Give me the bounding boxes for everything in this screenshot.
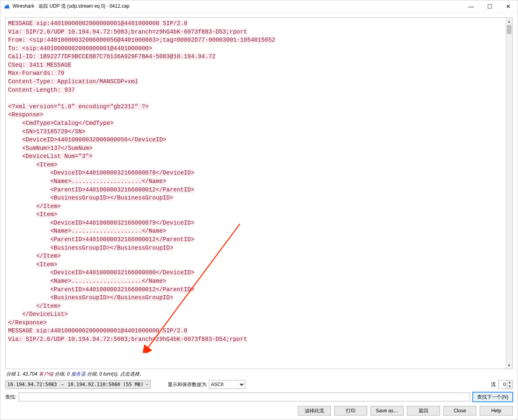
close-button[interactable]: ✕ (499, 0, 518, 13)
spin-up-icon[interactable]: ▲ (507, 380, 512, 384)
scroll-thumb[interactable] (507, 25, 512, 34)
back-button[interactable]: 返回 (407, 406, 440, 416)
chevron-down-icon: ▾ (146, 382, 148, 386)
help-button[interactable]: Help (480, 406, 513, 416)
spin-down-icon[interactable]: ▼ (507, 384, 512, 388)
vertical-scrollbar[interactable]: ▲ ▼ (505, 18, 512, 369)
stream-index-input[interactable] (499, 381, 507, 388)
stream-label: 流 (491, 381, 496, 388)
save-as-button[interactable]: Save as… (371, 406, 404, 416)
scroll-up-icon[interactable]: ▲ (506, 18, 512, 25)
maximize-button[interactable]: ☐ (480, 0, 499, 13)
follow-stream-dialog: Wireshark · 追踪 UDP 流 (udp.stream eq 0) ·… (0, 0, 518, 420)
filter-out-stream-button[interactable]: 滤掉此流 (298, 406, 331, 416)
controls-row: 10.194.94.72:5083 → 10.194.92.110:5060 (… (0, 378, 518, 391)
encoding-select[interactable]: ASCII (209, 380, 245, 389)
find-next-button[interactable]: 查找下一个(N) (473, 392, 513, 402)
titlebar: Wireshark · 追踪 UDP 流 (udp.stream eq 0) ·… (0, 0, 518, 13)
stream-content-panel: MESSAGE sip:44010000002000000001@4401000… (5, 17, 513, 369)
find-input[interactable] (19, 393, 470, 401)
status-line: 分组 1. 43,704 客户端 分组, 0 服务器 分组, 0 turn(s)… (0, 370, 518, 378)
minimize-button[interactable]: — (462, 0, 480, 13)
dialog-button-bar: 滤掉此流 打印 Save as… 返回 Close Help (0, 403, 518, 420)
client-packets-label: 客户端 (39, 371, 53, 377)
display-save-label: 显示和保存数据为 (168, 381, 206, 388)
server-packets-label: 服务器 (71, 371, 86, 377)
stream-text[interactable]: MESSAGE sip:44010000002000000001@4401000… (6, 18, 505, 369)
print-button[interactable]: 打印 (334, 406, 367, 416)
arrow-right-icon: → (60, 382, 65, 387)
window-title: Wireshark · 追踪 UDP 流 (udp.stream eq 0) ·… (13, 3, 129, 10)
find-label: 查找: (5, 394, 16, 401)
scroll-down-icon[interactable]: ▼ (506, 362, 512, 369)
conversation-combo[interactable]: 10.194.94.72:5083 → 10.194.92.110:5060 (… (5, 380, 151, 389)
close-dialog-button[interactable]: Close (443, 406, 476, 416)
wireshark-icon (4, 3, 10, 10)
stream-index-spinner[interactable]: ▲ ▼ (498, 380, 513, 389)
find-row: 查找: 查找下一个(N) (0, 391, 518, 403)
